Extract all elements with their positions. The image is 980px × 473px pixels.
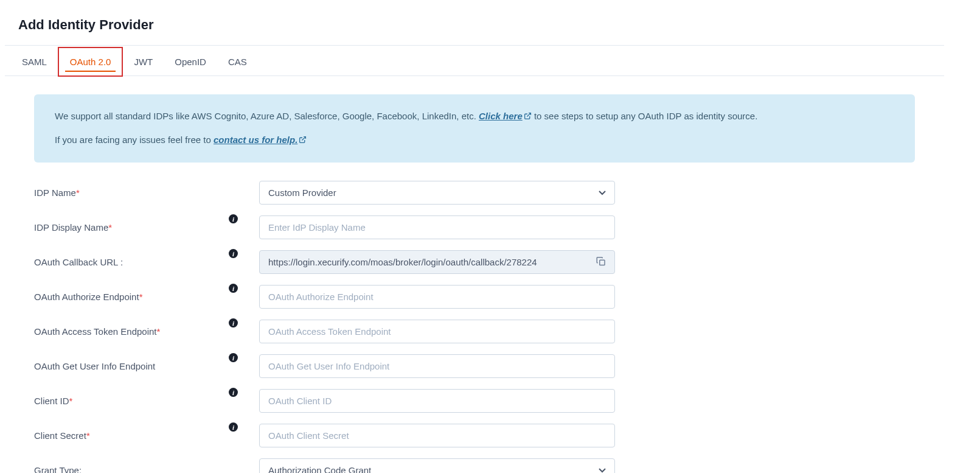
userinfo-endpoint-input[interactable] xyxy=(259,354,615,378)
info-col: i xyxy=(229,249,259,260)
page-container: Add Identity Provider SAML OAuth 2.0 JWT… xyxy=(0,0,949,473)
banner-line-1: We support all standard IDPs like AWS Co… xyxy=(55,109,894,124)
field-client-secret xyxy=(259,424,615,447)
info-icon[interactable]: i xyxy=(229,284,238,295)
info-col: i xyxy=(229,422,259,433)
svg-rect-6 xyxy=(600,260,605,265)
label-idp-name: IDP Name* xyxy=(34,187,229,198)
info-icon[interactable]: i xyxy=(229,388,238,399)
tab-openid[interactable]: OpenID xyxy=(164,48,217,75)
svg-line-0 xyxy=(527,113,530,117)
info-banner: We support all standard IDPs like AWS Co… xyxy=(34,94,915,163)
copy-icon xyxy=(596,259,606,268)
callback-url-input[interactable] xyxy=(259,250,615,274)
idp-name-select[interactable]: Custom Provider xyxy=(259,181,615,205)
field-userinfo xyxy=(259,354,615,378)
client-id-input[interactable] xyxy=(259,389,615,413)
external-link-icon xyxy=(524,110,532,124)
token-endpoint-input[interactable] xyxy=(259,320,615,343)
row-client-secret: Client Secret* i xyxy=(34,424,915,447)
info-col: i xyxy=(229,284,259,295)
label-callback: OAuth Callback URL : xyxy=(34,257,229,267)
label-token: OAuth Access Token Endpoint* xyxy=(34,326,229,337)
field-idp-name: Custom Provider xyxy=(259,181,615,205)
tab-jwt[interactable]: JWT xyxy=(123,48,164,75)
row-userinfo: OAuth Get User Info Endpoint i xyxy=(34,354,915,378)
label-idp-display-name: IDP Display Name* xyxy=(34,222,229,233)
info-icon[interactable]: i xyxy=(229,353,238,364)
info-icon[interactable]: i xyxy=(229,214,238,225)
page-title: Add Identity Provider xyxy=(5,6,944,45)
contact-us-link[interactable]: contact us for help. xyxy=(214,135,307,145)
tab-oauth[interactable]: OAuth 2.0 xyxy=(58,47,123,77)
info-col: i xyxy=(229,214,259,225)
external-link-icon xyxy=(299,133,307,148)
row-idp-name: IDP Name* Custom Provider xyxy=(34,181,915,205)
banner-line-2: If you are facing any issues feel free t… xyxy=(55,133,894,148)
label-userinfo: OAuth Get User Info Endpoint xyxy=(34,361,229,371)
client-secret-input[interactable] xyxy=(259,424,615,447)
field-idp-display-name xyxy=(259,215,615,239)
header-divider xyxy=(5,45,944,46)
banner-text-2-pre: If you are facing any issues feel free t… xyxy=(55,135,214,145)
info-col: i xyxy=(229,318,259,329)
banner-text-1-post: to see steps to setup any OAuth IDP as i… xyxy=(532,111,758,121)
content-area: We support all standard IDPs like AWS Co… xyxy=(5,76,944,473)
row-grant-type: Grant Type: Authorization Code Grant xyxy=(34,458,915,473)
row-callback: OAuth Callback URL : i xyxy=(34,250,915,274)
label-authorize: OAuth Authorize Endpoint* xyxy=(34,292,229,302)
info-icon[interactable]: i xyxy=(229,318,238,329)
info-col: i xyxy=(229,388,259,399)
field-callback xyxy=(259,250,615,274)
field-client-id xyxy=(259,389,615,413)
info-col: i xyxy=(229,353,259,364)
tab-cas[interactable]: CAS xyxy=(217,48,258,75)
info-icon[interactable]: i xyxy=(229,249,238,260)
label-client-id: Client ID* xyxy=(34,396,229,406)
row-token: OAuth Access Token Endpoint* i xyxy=(34,320,915,343)
svg-line-1 xyxy=(302,137,306,141)
label-grant-type: Grant Type: xyxy=(34,465,229,473)
row-idp-display-name: IDP Display Name* i xyxy=(34,215,915,239)
label-client-secret: Client Secret* xyxy=(34,430,229,441)
click-here-link[interactable]: Click here xyxy=(479,111,532,121)
banner-text-1-pre: We support all standard IDPs like AWS Co… xyxy=(55,111,479,121)
tab-bar: SAML OAuth 2.0 JWT OpenID CAS xyxy=(5,48,944,76)
field-token xyxy=(259,320,615,343)
copy-callback-button[interactable] xyxy=(593,253,609,271)
row-client-id: Client ID* i xyxy=(34,389,915,413)
row-authorize: OAuth Authorize Endpoint* i xyxy=(34,285,915,309)
field-authorize xyxy=(259,285,615,309)
info-icon[interactable]: i xyxy=(229,422,238,433)
idp-display-name-input[interactable] xyxy=(259,215,615,239)
field-grant-type: Authorization Code Grant xyxy=(259,458,615,473)
grant-type-select[interactable]: Authorization Code Grant xyxy=(259,458,615,473)
tab-saml[interactable]: SAML xyxy=(11,48,58,75)
authorize-endpoint-input[interactable] xyxy=(259,285,615,309)
